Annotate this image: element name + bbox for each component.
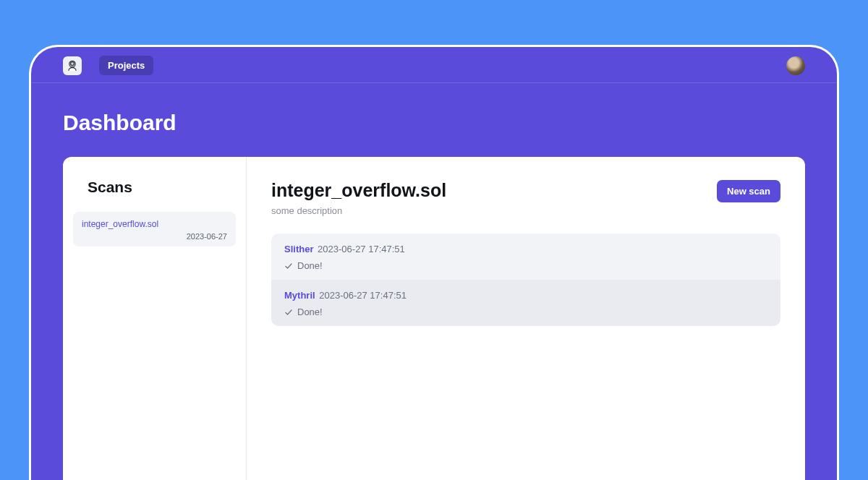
scan-title: integer_overflow.sol bbox=[271, 180, 446, 201]
sidebar-heading: Scans bbox=[88, 179, 236, 196]
sidebar: Scans integer_overflow.sol 2023-06-27 bbox=[63, 157, 247, 480]
result-head: Slither 2023-06-27 17:47:51 bbox=[284, 244, 767, 254]
scan-item-title: integer_overflow.sol bbox=[82, 219, 227, 229]
result-status-text: Done! bbox=[297, 307, 323, 317]
result-list: Slither 2023-06-27 17:47:51 Done! Mythri… bbox=[271, 233, 780, 326]
check-icon bbox=[284, 308, 293, 317]
main-panel: integer_overflow.sol some description Ne… bbox=[247, 157, 805, 480]
new-scan-button[interactable]: New scan bbox=[717, 180, 780, 202]
logo-icon[interactable] bbox=[63, 56, 82, 75]
main-title-block: integer_overflow.sol some description bbox=[271, 180, 446, 216]
app-window: Projects Dashboard Scans integer_overflo… bbox=[29, 45, 839, 480]
content-card: Scans integer_overflow.sol 2023-06-27 in… bbox=[63, 157, 805, 480]
result-status: Done! bbox=[284, 307, 767, 317]
nav-projects[interactable]: Projects bbox=[99, 56, 153, 75]
result-status: Done! bbox=[284, 260, 767, 271]
scan-list-item[interactable]: integer_overflow.sol 2023-06-27 bbox=[73, 212, 236, 247]
result-timestamp: 2023-06-27 17:47:51 bbox=[319, 290, 407, 301]
result-head: Mythril 2023-06-27 17:47:51 bbox=[284, 290, 767, 301]
result-row[interactable]: Slither 2023-06-27 17:47:51 Done! bbox=[271, 233, 780, 280]
check-icon bbox=[284, 262, 293, 270]
scan-description: some description bbox=[271, 205, 446, 216]
topbar: Projects bbox=[31, 47, 837, 83]
result-timestamp: 2023-06-27 17:47:51 bbox=[318, 244, 405, 254]
page-title: Dashboard bbox=[31, 83, 837, 157]
main-header: integer_overflow.sol some description Ne… bbox=[271, 180, 780, 216]
result-tool-name: Mythril bbox=[284, 290, 315, 301]
result-row[interactable]: Mythril 2023-06-27 17:47:51 Done! bbox=[271, 280, 780, 326]
result-tool-name: Slither bbox=[284, 244, 313, 254]
result-status-text: Done! bbox=[297, 260, 323, 271]
scan-item-date: 2023-06-27 bbox=[82, 232, 227, 241]
avatar[interactable] bbox=[786, 56, 805, 75]
topbar-left: Projects bbox=[63, 56, 153, 75]
svg-point-1 bbox=[71, 61, 75, 65]
